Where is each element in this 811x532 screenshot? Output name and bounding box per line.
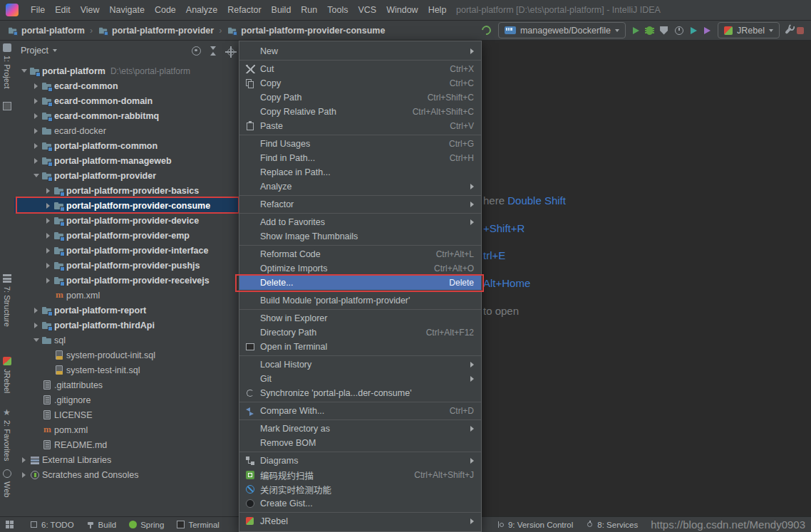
context-menu-item[interactable]: Copy Path Ctrl+Shift+C (239, 90, 481, 105)
menubar-item[interactable]: Help (423, 3, 452, 17)
expand-arrow-icon[interactable] (31, 83, 41, 89)
tool-window-button[interactable]: JRebel (0, 357, 14, 393)
status-bar-item[interactable]: Spring (129, 521, 164, 529)
tree-row[interactable]: ecard-docker (14, 123, 239, 138)
profiler-button[interactable] (675, 26, 683, 35)
context-menu-item[interactable]: Build Module 'portal-platform-provider' (239, 293, 481, 308)
tree-row[interactable]: portal-platform-manageweb (14, 153, 239, 168)
tree-row[interactable]: portal-platform-provider-interface (14, 243, 239, 258)
context-menu-item[interactable]: New (239, 44, 481, 58)
expand-arrow-icon[interactable] (31, 338, 41, 342)
menubar-item[interactable]: Edit (50, 3, 76, 17)
settings-wrench-button[interactable] (785, 26, 792, 33)
status-bar-item[interactable] (6, 521, 17, 528)
expand-arrow-icon[interactable] (19, 472, 29, 478)
menubar-item[interactable]: Run (296, 3, 322, 17)
tree-row[interactable]: system-test-init.sql (14, 363, 239, 377)
tree-row[interactable]: .gitignore (14, 392, 239, 407)
chevron-down-icon[interactable] (53, 49, 57, 52)
expand-arrow-icon[interactable] (43, 263, 53, 268)
tree-row[interactable]: portal-platform D:\ets\portal-platform (14, 63, 239, 78)
debug-button[interactable] (646, 26, 653, 35)
tool-window-button[interactable]: 1: Project (0, 43, 14, 88)
stop-button[interactable] (797, 27, 804, 34)
tree-row[interactable]: Scratches and Consoles (14, 467, 239, 482)
tree-row[interactable]: ecard-common-domain (14, 93, 239, 108)
tool-window-button[interactable]: Web (0, 469, 14, 497)
menubar-item[interactable]: VCS (353, 3, 381, 17)
breadcrumb-item[interactable]: portal-platform-provider-consume (227, 25, 385, 36)
context-menu-item[interactable]: Cut Ctrl+X (239, 62, 481, 76)
tool-window-button[interactable] (0, 102, 14, 114)
menubar-item[interactable]: Analyze (181, 3, 222, 17)
context-menu-item[interactable]: Compare With... Ctrl+D (239, 404, 481, 418)
context-menu-item[interactable]: Diagrams (239, 454, 481, 468)
expand-arrow-icon[interactable] (19, 69, 29, 73)
context-menu-item[interactable]: Replace in Path... (239, 165, 481, 179)
tree-row[interactable]: portal-platform-provider-pushjs (14, 258, 239, 273)
status-bar-item[interactable]: 6: TODO (30, 521, 74, 529)
maven-sync-button[interactable] (480, 24, 492, 36)
context-menu-item[interactable]: Paste Ctrl+V (239, 119, 481, 133)
tree-row[interactable]: portal-platform-provider-receivejs (14, 273, 239, 288)
collapse-all-icon[interactable] (209, 46, 218, 56)
tree-row[interactable]: system-product-init.sql (14, 348, 239, 363)
breadcrumb-item[interactable]: portal-platform (7, 25, 85, 36)
context-menu-item[interactable]: Mark Directory as (239, 422, 481, 436)
tree-row[interactable]: ecard-common (14, 78, 239, 93)
menubar-item[interactable]: Refactor (222, 3, 266, 17)
tree-row[interactable]: LICENSE (14, 407, 239, 422)
expand-arrow-icon[interactable] (31, 113, 41, 119)
run-config-selector[interactable]: manageweb/Dockerfile (498, 22, 626, 38)
tool-window-button[interactable]: 2: Favorites (0, 408, 14, 461)
tree-row[interactable]: portal-platform-thirdApi (14, 318, 239, 333)
status-bar-item[interactable]: 9: Version Control (497, 521, 573, 529)
coverage-button[interactable] (660, 26, 668, 35)
expand-arrow-icon[interactable] (31, 158, 41, 164)
tree-row[interactable]: portal-platform-provider-device (14, 213, 239, 228)
tree-row[interactable]: portal-platform-provider (14, 168, 239, 183)
jrebel-run-button[interactable] (691, 27, 697, 34)
context-menu-item[interactable]: Copy Ctrl+C (239, 76, 481, 90)
context-menu-item[interactable]: Local History (239, 358, 481, 372)
tree-row[interactable]: portal-platform-provider-basics (14, 183, 239, 198)
context-menu-item[interactable]: Find in Path... Ctrl+H (239, 151, 481, 165)
tree-row[interactable]: External Libraries (14, 452, 239, 467)
context-menu-item[interactable]: Show Image Thumbnails (239, 229, 481, 244)
menubar-item[interactable]: Build (267, 3, 296, 17)
expand-arrow-icon[interactable] (43, 218, 53, 224)
status-bar-item[interactable]: Build (87, 521, 117, 529)
expand-arrow-icon[interactable] (43, 278, 53, 283)
run-button[interactable] (633, 27, 639, 34)
context-menu-item[interactable]: 编码规约扫描 Ctrl+Alt+Shift+J (239, 468, 481, 482)
context-menu-item[interactable]: Synchronize 'portal-pla...der-consume' (239, 386, 481, 400)
expand-arrow-icon[interactable] (31, 308, 41, 313)
status-bar-item[interactable]: 8: Services (586, 521, 638, 529)
menubar-item[interactable]: Window (381, 3, 423, 17)
context-menu-item[interactable]: Remove BOM (239, 436, 481, 450)
tree-row[interactable]: sql (14, 333, 239, 348)
jrebel-selector[interactable]: JRebel (718, 22, 780, 38)
locate-icon[interactable] (192, 46, 201, 56)
context-menu-item[interactable]: Git (239, 372, 481, 386)
tree-row[interactable]: portal-platform-report (14, 303, 239, 318)
context-menu-item[interactable]: Add to Favorites (239, 215, 481, 229)
context-menu-item[interactable]: Show in Explorer (239, 311, 481, 325)
settings-icon[interactable] (227, 48, 234, 56)
context-menu-item[interactable]: Optimize Imports Ctrl+Alt+O (239, 261, 481, 276)
context-menu-item[interactable]: Find Usages Ctrl+G (239, 137, 481, 151)
context-menu-item[interactable]: JRebel (239, 514, 481, 528)
expand-arrow-icon[interactable] (43, 248, 53, 254)
menubar-item[interactable]: Navigate (105, 3, 150, 17)
tree-row[interactable]: portal-platform-provider-emp (14, 228, 239, 243)
context-menu-item[interactable]: Analyze (239, 179, 481, 194)
context-menu-item[interactable]: Copy Relative Path Ctrl+Alt+Shift+C (239, 105, 481, 119)
menubar-item[interactable]: View (76, 3, 105, 17)
menubar-item[interactable]: Code (150, 3, 181, 17)
context-menu-item[interactable]: Open in Terminal (239, 340, 481, 354)
menubar-item[interactable]: File (26, 3, 50, 17)
expand-arrow-icon[interactable] (31, 174, 41, 177)
tree-row[interactable]: pom.xml (14, 422, 239, 437)
status-bar-item[interactable]: Terminal (177, 521, 219, 529)
context-menu-item[interactable]: Reformat Code Ctrl+Alt+L (239, 247, 481, 261)
